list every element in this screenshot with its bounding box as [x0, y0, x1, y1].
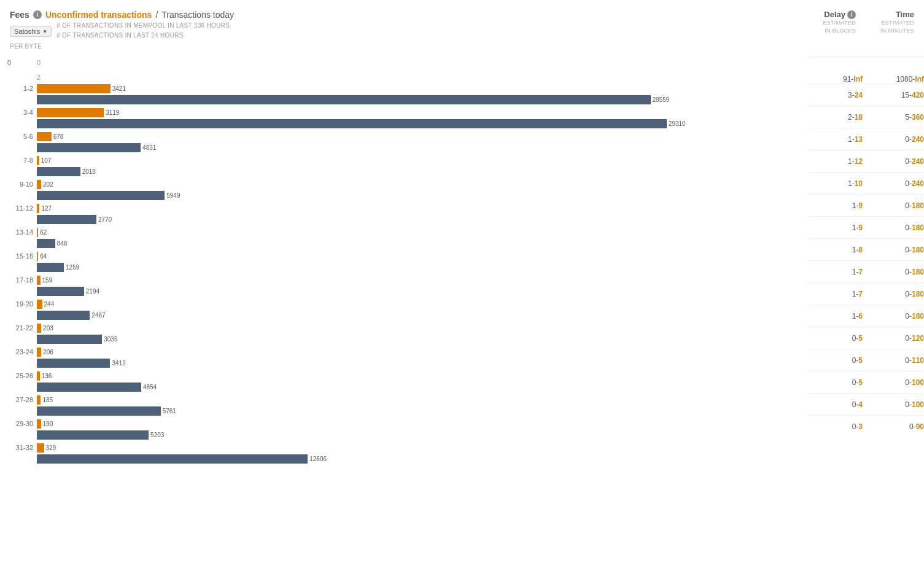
bar-group-5-6: 5-66784831 [37, 131, 801, 153]
time-val-5-6: 0-240 [881, 135, 924, 144]
bar-group-9-10: 9-102025949 [37, 179, 801, 201]
chart-container: 0 0 2 1-23421285593-43119293105-66784831… [37, 56, 801, 467]
bar-orange-9-10 [37, 180, 41, 189]
page-wrapper: Fees i Unconfirmed transactions / Transa… [0, 0, 924, 579]
bar-orange-23-24 [37, 348, 41, 357]
time-val-27-28: 0-100 [881, 378, 924, 387]
delay-val-7-8: 1-12 [826, 157, 863, 166]
bar-group-25-26: 25-261364854 [37, 371, 801, 392]
right-data-container: 3-2415-4202-185-3601-130-2401-120-2401-1… [807, 84, 924, 437]
bar-orange-21-22 [37, 324, 41, 333]
bar-gray-13-14 [37, 239, 55, 248]
range-label-21-22: 21-22 [5, 324, 33, 332]
subtitle-mempool: # OF TRANSACTIONS IN MEMPOOL IN LAST 336… [56, 21, 230, 31]
bar-gray-17-18 [37, 287, 84, 296]
satoshis-dropdown[interactable]: Satoshis ▼ [10, 26, 52, 37]
orange-val-27-28: 185 [42, 397, 53, 403]
bar-group-31-32: 31-3232912606 [37, 443, 801, 464]
bar-orange-3-4 [37, 108, 104, 117]
range-label-25-26: 25-26 [5, 372, 33, 379]
bar-orange-17-18 [37, 276, 41, 285]
orange-val-7-8: 107 [41, 157, 52, 164]
right-row-27-28: 0-50-100 [807, 371, 924, 393]
orange-val-21-22: 203 [43, 325, 53, 332]
bar-gray-15-16 [37, 263, 64, 272]
time-val-23-24: 0-120 [881, 334, 924, 343]
delay-val-11-12: 1-9 [826, 201, 863, 210]
delay-val-23-24: 0-5 [826, 334, 863, 343]
gray-val-7-8: 2018 [82, 168, 96, 175]
dropdown-arrow-icon: ▼ [42, 29, 47, 34]
bar-gray-19-20 [37, 311, 90, 320]
bar-group-11-12: 11-121272770 [37, 203, 801, 225]
delay-val-21-22: 1-6 [826, 312, 863, 321]
range-label-11-12: 11-12 [5, 204, 33, 212]
bar-group-21-22: 21-222033035 [37, 323, 801, 344]
fees-info-icon[interactable]: i [33, 10, 42, 19]
right-row-9-10: 1-100-240 [807, 172, 924, 194]
delay-val-27-28: 0-5 [826, 378, 863, 387]
bar-orange-13-14 [37, 228, 38, 237]
range-label-1-2: 1-2 [5, 85, 33, 92]
right-row-11-12: 1-90-180 [807, 194, 924, 216]
range-label-9-10: 9-10 [5, 181, 33, 188]
delay-val-9-10: 1-10 [826, 179, 863, 188]
range-label-27-28: 27-28 [5, 396, 33, 403]
range-label-19-20: 19-20 [5, 300, 33, 308]
per-byte-label: PER BYTE [10, 42, 755, 52]
gray-val-3-4: 29310 [669, 120, 686, 127]
bar-gray-11-12 [37, 215, 96, 224]
delay-val-1-2: 3-24 [826, 91, 863, 99]
bar-gray-21-22 [37, 335, 102, 344]
orange-val-19-20: 244 [44, 301, 55, 308]
gray-val-5-6: 4831 [142, 144, 156, 151]
time-val-11-12: 0-180 [881, 201, 924, 210]
delay-val-15-16: 1-8 [826, 246, 863, 254]
gray-val-31-32: 12606 [309, 456, 327, 462]
bar-orange-7-8 [37, 156, 39, 165]
right-row-21-22: 1-60-180 [807, 305, 924, 327]
time-val-29-30: 0-100 [881, 400, 924, 409]
two-tick: 2 [37, 74, 41, 81]
bar-orange-31-32 [37, 443, 44, 453]
orange-val-29-30: 190 [43, 421, 53, 427]
bar-gray-27-28 [37, 406, 161, 416]
gray-val-19-20: 2467 [91, 312, 105, 319]
gray-val-21-22: 3035 [104, 336, 117, 343]
bar-orange-27-28 [37, 395, 41, 405]
time-val-3-4: 5-360 [881, 113, 924, 122]
time-sub-label1: ESTIMATED [881, 19, 914, 27]
bar-gray-23-24 [37, 359, 110, 368]
delay-column-header: Delay i ESTIMATED IN BLOCKS [823, 10, 856, 34]
orange-val-1-2: 3421 [112, 85, 126, 92]
bar-orange-19-20 [37, 300, 42, 309]
delay-time-header: Delay i ESTIMATED IN BLOCKS Time ESTIMAT… [823, 10, 914, 34]
delay-val-5-6: 1-13 [826, 135, 863, 144]
header-left: Fees i Unconfirmed transactions / Transa… [10, 10, 755, 52]
bar-group-15-16: 15-16641259 [37, 251, 801, 273]
delay-val-17-18: 1-7 [826, 268, 863, 276]
delay-info-icon[interactable]: i [847, 10, 856, 19]
delay-main-label: Delay i [824, 10, 856, 19]
bar-group-29-30: 29-301905203 [37, 419, 801, 440]
bar-orange-1-2 [37, 84, 111, 93]
gray-val-17-18: 2194 [86, 288, 99, 295]
bar-orange-15-16 [37, 252, 38, 261]
delay-val-19-20: 1-7 [826, 290, 863, 298]
subtitle-24h: # OF TRANSACTIONS IN LAST 24 HOURS [56, 31, 230, 41]
bar-gray-29-30 [37, 430, 149, 440]
right-row-15-16: 1-80-180 [807, 238, 924, 260]
unconfirmed-transactions-link[interactable]: Unconfirmed transactions [45, 10, 152, 20]
range-label-13-14: 13-14 [5, 228, 33, 236]
orange-val-3-4: 3119 [106, 109, 119, 116]
right-row-7-8: 1-120-240 [807, 150, 924, 172]
bar-gray-31-32 [37, 454, 308, 464]
title-row: Fees i Unconfirmed transactions / Transa… [10, 10, 755, 20]
zero-label: 0 [7, 59, 11, 66]
transactions-today-label: Transactions today [161, 10, 234, 20]
time-val-19-20: 0-180 [881, 290, 924, 298]
time-sub-label2: IN MINUTES [880, 27, 914, 35]
bar-gray-1-2 [37, 95, 651, 104]
gray-val-23-24: 3412 [112, 360, 125, 367]
right-row-5-6: 1-130-240 [807, 128, 924, 150]
